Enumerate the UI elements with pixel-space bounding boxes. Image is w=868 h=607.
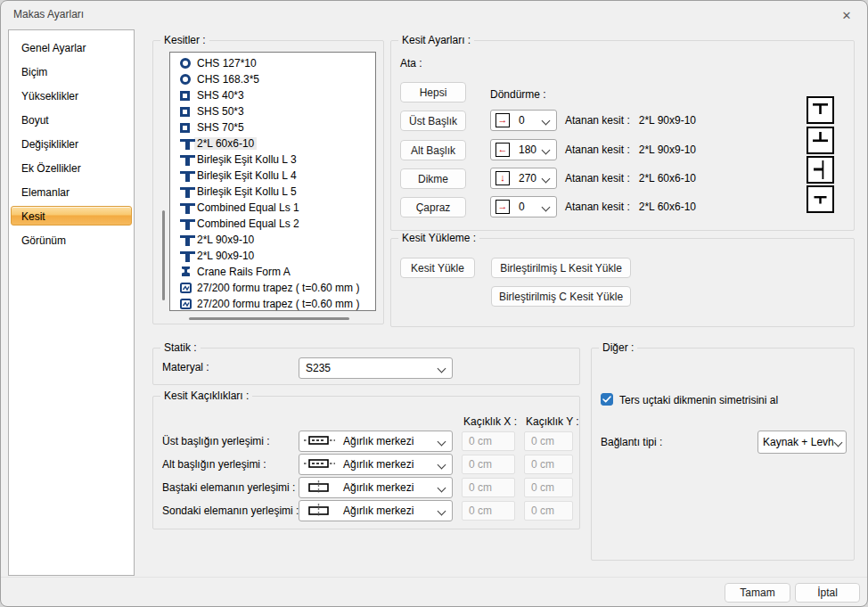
chevron-down-icon [438,461,446,468]
kaciklik-x-field[interactable]: 0 cm [462,501,515,521]
list-item[interactable]: 27/200 formu trapez ( t=0.60 mm ) [170,280,375,296]
ust-baslik-yerlesim-select[interactable]: Ağırlık merkezi [299,431,453,452]
list-item[interactable]: CHS 127*10 [170,55,375,71]
list-item[interactable]: CHS 168.3*5 [170,71,375,87]
kaciklik-y-field[interactable]: 0 cm [524,478,573,497]
list-item[interactable]: Combined Equal Ls 1 [170,200,375,216]
chevron-down-icon [438,438,446,445]
chevron-down-icon [542,203,550,210]
list-item[interactable]: Combined Equal Ls 2 [170,216,375,232]
atanan-kesit-value: 2*L 90x9-10 [639,114,696,127]
kaciklik-y-header: Kaçıklık Y : [526,415,579,428]
window-title: Makas Ayarları [13,8,84,21]
vertical-dashed-rect-icon [304,480,336,496]
sidebar-item-elemanlar[interactable]: Elemanlar [9,180,134,204]
birlestirilmis-c-kesit-yukle-button[interactable]: Birleştirilmiş C Kesit Yükle [491,286,631,307]
baglanti-tipi-value: Kaynak + Levha [763,436,834,448]
tamam-button[interactable]: Tamam [725,583,790,603]
kaciklik-x-header: Kaçıklık X : [463,415,517,428]
kaciklik-y-field[interactable]: 0 cm [524,501,573,521]
sidebar-item-gorunum[interactable]: Görünüm [9,228,134,252]
horizontal-scrollbar-thumb[interactable] [189,317,349,320]
iptal-button[interactable]: İptal [795,583,860,603]
kaciklik-x-field[interactable]: 0 cm [462,431,515,451]
sondaki-eleman-yerlesim-select[interactable]: Ağırlık merkezi [299,500,453,521]
makas-ayarlari-dialog: Makas Ayarları ✕ Genel Ayarlar Biçim Yük… [0,0,868,607]
dondurme-label: Döndürme : [490,88,546,101]
dikme-button[interactable]: Dikme [400,168,466,189]
alt-baslik-yerlesim-select[interactable]: Ağırlık merkezi [299,454,453,475]
ust-baslik-button[interactable]: Üst Başlık [400,111,466,131]
kaciklik-x-field[interactable]: 0 cm [462,455,515,474]
ata-label: Ata : [400,57,422,70]
atanan-kesit-value: 2*L 90x9-10 [639,144,696,156]
sondaki-elemanin-yerlesimi-label: Sondaki elemanın yerleşimi : [162,500,299,521]
check-icon [602,396,611,403]
sidebar-item-degisiklikler[interactable]: Değişiklikler [9,132,134,156]
title-bar: Makas Ayarları [1,1,867,28]
sidebar-item-boyut[interactable]: Boyut [9,108,134,132]
list-item[interactable]: 27/200 formu trapez ( t=0.60 mm ) [170,296,375,311]
birlestirilmis-l-kesit-yukle-button[interactable]: Birleştirilmiş L Kesit Yükle [491,258,631,278]
double-angle-section-icon [180,251,194,260]
kaciklik-y-field[interactable]: 0 cm [524,455,573,474]
chevron-down-icon [542,175,550,182]
t-rotation-0-small-icon [807,185,834,213]
diger-group: Diğer : Ters uçtaki dikmenin simetrisini… [591,348,855,561]
list-item[interactable]: Birleşik Eşit Kollu L 4 [170,168,375,184]
list-item[interactable]: SHS 40*3 [170,87,375,103]
sidebar-item-genel-ayarlar[interactable]: Genel Ayarlar [9,36,134,60]
rotation-select-alt-baslik[interactable]: ← 180 [490,139,557,160]
baglanti-tipi-select[interactable]: Kaynak + Levha [757,431,847,454]
kesitler-group-title: Kesitler : [160,34,209,46]
list-item[interactable]: Birleşik Eşit Kollu L 3 [170,152,375,168]
alt-baslik-button[interactable]: Alt Başlık [400,140,466,160]
bastaki-eleman-yerlesim-select[interactable]: Ağırlık merkezi [299,477,453,498]
list-item[interactable]: SHS 50*3 [170,103,375,119]
materyal-select[interactable]: S235 [299,357,453,379]
chs-section-icon [180,58,194,69]
sidebar-item-bicim[interactable]: Biçim [9,60,134,84]
rotation-select-capraz[interactable]: → 0 [490,196,557,217]
kesit-yukle-button[interactable]: Kesit Yükle [400,258,475,278]
chevron-down-icon [438,507,446,514]
rotation-select-ust-baslik[interactable]: → 0 [490,110,557,131]
alt-basligin-yerlesimi-label: Alt başlığın yerleşimi : [162,454,266,475]
rotation-select-dikme[interactable]: ↓ 270 [490,168,557,189]
list-item[interactable]: Crane Rails Form A [170,264,375,280]
chevron-down-icon [834,439,842,446]
atanan-kesit-label: Atanan kesit : [565,144,630,156]
sidebar-item-ek-ozellikler[interactable]: Ek Özellikler [9,156,134,180]
close-icon[interactable]: ✕ [839,7,855,23]
simetri-checkbox-checked[interactable] [601,393,613,406]
chs-section-icon [180,74,194,85]
footer-divider [1,577,867,578]
assigned-section-row: Atanan kesit : 2*L 60x6-10 [565,196,696,217]
double-angle-section-icon [180,155,194,164]
sections-list[interactable]: CHS 127*10 CHS 168.3*5 SHS 40*3 SHS 50*3… [169,52,376,311]
arrow-down-icon: ↓ [495,171,510,185]
sidebar-item-kesit-selected[interactable]: Kesit [9,204,134,228]
kaciklik-y-field[interactable]: 0 cm [524,431,573,451]
shs-section-icon [180,123,194,133]
arrow-left-icon: ← [495,143,510,157]
kesit-ayarlari-group: Kesit Ayarları : Ata : Hepsi Üst Başlık … [390,40,855,231]
sidebar-item-yukseklikler[interactable]: Yükseklikler [9,84,134,108]
list-item[interactable]: 2*L 90x9-10 [170,248,375,264]
statik-group-title: Statik : [160,341,201,354]
arrow-right-icon: → [495,113,510,127]
list-item[interactable]: 2*L 90x9-10 [170,232,375,248]
atanan-kesit-label: Atanan kesit : [565,114,630,127]
list-item-selected[interactable]: 2*L 60x6-10 [170,135,375,152]
list-item[interactable]: Birleşik Eşit Kollu L 5 [170,184,375,200]
kacikliklar-group-title: Kesit Kaçıklıkları : [160,390,252,402]
kaciklik-x-field[interactable]: 0 cm [462,478,515,497]
list-item[interactable]: SHS 70*5 [170,119,375,135]
hepsi-button[interactable]: Hepsi [400,82,466,103]
capraz-button[interactable]: Çapraz [400,197,466,217]
settings-nav-sidebar: Genel Ayarlar Biçim Yükseklikler Boyut D… [8,29,135,576]
chevron-down-icon [438,365,446,372]
vertical-dashed-rect-icon [304,504,336,519]
vertical-scrollbar-thumb[interactable] [162,210,165,300]
crane-rail-section-icon [180,267,194,277]
